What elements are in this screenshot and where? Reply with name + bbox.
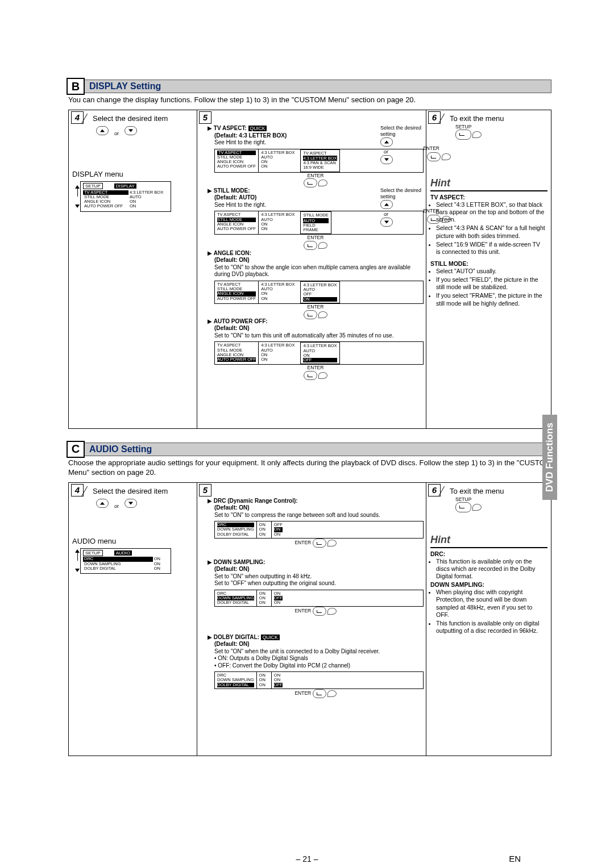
press-swirl-icon [442, 153, 451, 160]
down-arrow-icon[interactable] [125, 499, 137, 508]
enter-label: ENTER [308, 173, 324, 178]
step6-label-c: To exit the menu [450, 486, 504, 495]
auto-power-default: (Default: ON) [214, 325, 250, 331]
dolby-desc3: OFF: Convert the Dolby Digital into PCM … [218, 662, 350, 669]
up-arrow-icon[interactable] [380, 137, 393, 147]
press-swirl-icon [318, 180, 327, 186]
menu-setup-tab: SETUP [83, 550, 103, 556]
down-sampling-default: (Default: ON) [214, 566, 250, 572]
down-sampling-desc2: Set to "OFF" when outputting the origina… [214, 580, 424, 587]
auto-power-options: TV ASPECTSTILL MODEANGLE ICONAUTO POWER … [214, 341, 424, 365]
enter-icon[interactable] [313, 539, 326, 548]
drc-options: DRCDOWN SAMPLINGDOLBY DIGITAL ONONON OFF… [214, 521, 424, 539]
dolby-options: DRCDOWN SAMPLINGDOLBY DIGITAL ONONON ONO… [214, 671, 424, 689]
enter-icon[interactable] [313, 607, 326, 616]
down-arrow-icon[interactable] [125, 126, 137, 135]
tv-aspect-label: TV ASPECT: [214, 125, 247, 131]
section-title-c: AUDIO Setting [89, 443, 152, 456]
down-sampling-label: DOWN SAMPLING: [214, 559, 265, 565]
enter-icon[interactable] [427, 152, 441, 161]
audio-menu-box: SETUPAUDIO DRCON DOWN SAMPLINGON DOLBY D… [80, 548, 171, 574]
dolby-default: (Default: ON) [214, 641, 250, 647]
hint-item: Select "16:9 WIDE" if a wide-screen TV i… [436, 241, 545, 256]
section-c-flow: 4Select the desired item or AUDIO menu S… [68, 482, 551, 756]
press-swirl-icon [327, 608, 337, 615]
step4-label: Select the desired item [93, 114, 168, 122]
up-arrow-icon[interactable] [96, 499, 109, 508]
enter-label: ENTER [308, 365, 324, 370]
select-setting-side: Select the desired setting or ENTER [380, 187, 424, 228]
angle-icon-options: TV ASPECTSTILL MODEANGLE ICONAUTO POWER … [214, 281, 424, 304]
hint-item: This function is available only on digit… [436, 620, 545, 635]
hint-box-b: Hint TV ASPECT: Select "4:3 LETTER BOX",… [430, 177, 547, 308]
step6-header: 6To exit the menu [428, 111, 504, 124]
step4-header-c: 4Select the desired item [71, 484, 168, 496]
section-c-intro: Choose the appropriate audio settings fo… [68, 458, 551, 478]
hint-item: Select "4:3 LETTER BOX", so that black b… [436, 201, 545, 223]
hint-ds-list: When playing disc with copyright Protect… [430, 589, 545, 635]
tv-aspect-default: (Default: 4:3 LETTER BOX) [214, 132, 287, 139]
hint-drc-head: DRC: [430, 550, 445, 557]
hint-tv-aspect-head: TV ASPECT: [430, 194, 465, 201]
drc-block: ▶ DRC (Dynamic Range Control): (Default:… [208, 498, 424, 548]
audio-menu-label: AUDIO menu [72, 537, 116, 545]
or-text: or [114, 131, 119, 136]
angle-icon-label: ANGLE ICON: [214, 250, 251, 256]
enter-label: ENTER [308, 235, 324, 240]
press-swirl-icon [318, 372, 327, 379]
step-number-5: 5 [199, 111, 211, 124]
section-c-header: C AUDIO Setting [68, 443, 551, 456]
section-b-intro: You can change the display functions. Fo… [68, 95, 551, 105]
section-b-flow: 4Select the desired item or DISPLAY menu… [68, 110, 551, 429]
section-title-b: DISPLAY Setting [89, 80, 161, 93]
down-arrow-icon[interactable] [380, 155, 393, 164]
hint-drc-list: This function is available only on the d… [430, 558, 545, 580]
step4-label-c: Select the desired item [93, 486, 168, 495]
step5-header-c: 5 [199, 484, 214, 496]
enter-icon[interactable] [304, 371, 317, 380]
setup-button-icon[interactable] [455, 502, 471, 512]
still-mode-default: (Default: AUTO) [214, 194, 256, 201]
enter-icon[interactable] [304, 178, 317, 187]
step4-header: 4Select the desired item [71, 111, 168, 124]
tv-aspect-see-hint: See Hint to the right. [214, 139, 266, 145]
hint-header: Hint [430, 177, 547, 191]
enter-label: ENTER [294, 608, 311, 614]
scroll-arrows-icon [75, 185, 80, 208]
press-swirl-icon [327, 540, 337, 546]
step6-header-c: 6To exit the menu [428, 484, 504, 496]
enter-label: ENTER [423, 145, 439, 152]
still-mode-label: STILL MODE: [214, 187, 250, 194]
hint-still-list: Select "AUTO" usually. If you select "FI… [430, 268, 545, 307]
display-menu-box: SETUPDISPLAY TV ASPECT4:3 LETTER BOX STI… [80, 181, 171, 212]
menu-setup-tab: SETUP [83, 183, 103, 189]
hint-item: If you select "FIELD", the picture in th… [436, 276, 545, 291]
down-arrow-icon[interactable] [380, 218, 393, 227]
setup-button-icon[interactable] [455, 130, 471, 140]
angle-icon-desc: Set to "ON" to show the angle icon when … [214, 264, 424, 278]
enter-label: ENTER [294, 690, 311, 696]
enter-icon[interactable] [313, 689, 326, 698]
up-arrow-icon[interactable] [380, 200, 393, 209]
arrow-buttons-group: or [96, 126, 137, 137]
side-tab-dvd-functions: DVD Functions [542, 415, 557, 500]
setup-button-label: SETUP [455, 496, 482, 502]
tv-aspect-block: ▶ TV ASPECT: QUICK (Default: 4:3 LETTER … [208, 125, 424, 187]
hint-item: When playing disc with copyright Protect… [436, 589, 545, 619]
or-text: or [114, 503, 119, 509]
manual-page: B DISPLAY Setting You can change the dis… [0, 0, 614, 868]
angle-icon-default: (Default: ON) [214, 257, 250, 263]
dolby-desc2: ON: Outputs a Dolby Digital Signals [218, 655, 308, 661]
auto-power-desc: Set to "ON" to turn this unit off automa… [214, 332, 424, 340]
enter-icon[interactable] [304, 241, 317, 250]
setup-button-area: SETUP [455, 496, 482, 512]
hint-item: This function is available only on the d… [436, 558, 545, 580]
select-setting-side: Select the desired setting or ENTER [380, 125, 424, 166]
dolby-digital-block: ▶ DOLBY DIGITAL: QUICK (Default: ON) Set… [208, 634, 424, 698]
display-menu-label: DISPLAY menu [72, 170, 123, 178]
dolby-label: DOLBY DIGITAL: [214, 634, 259, 640]
up-arrow-icon[interactable] [96, 126, 109, 135]
section-letter-b: B [67, 78, 85, 95]
page-number: – 21 – [296, 854, 318, 863]
setup-button-label: SETUP [455, 124, 482, 130]
